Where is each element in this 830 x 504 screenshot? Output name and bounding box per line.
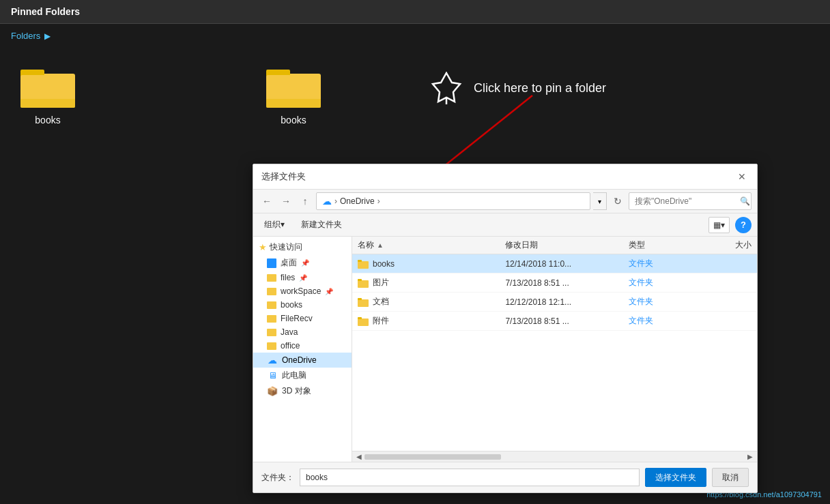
file-date-pictures: 7/13/2018 8:51 ... — [505, 278, 628, 288]
dialog-body: ★ 快速访问 桌面 📌 files 📌 workSpace 📌 books — [253, 237, 757, 462]
cancel-button[interactable]: 取消 — [712, 468, 749, 487]
sidebar-item-workspace[interactable]: workSpace 📌 — [253, 284, 352, 298]
sidebar-item-label: books — [281, 300, 302, 310]
folder-icon — [358, 316, 369, 326]
file-date-documents: 12/12/2018 12:1... — [505, 297, 628, 307]
pinned-folder-1[interactable]: books — [20, 61, 75, 125]
quick-access-label: 快速访问 — [270, 241, 302, 253]
column-header-size[interactable]: 大小 — [702, 239, 752, 251]
search-box[interactable]: 🔍 — [629, 192, 752, 210]
file-list: 名称 ▲ 修改日期 类型 大小 books 12/14/2018 1 — [352, 237, 757, 462]
sidebar-item-label: 桌面 — [281, 257, 297, 269]
view-button[interactable]: ▦▾ — [709, 217, 730, 233]
select-folder-button[interactable]: 选择文件夹 — [645, 468, 706, 487]
breadcrumb-dropdown-button[interactable]: ▾ — [593, 192, 607, 210]
file-name-attachments: 附件 — [358, 315, 505, 327]
svg-rect-7 — [266, 99, 321, 108]
quick-access-section[interactable]: ★ 快速访问 — [253, 239, 352, 255]
sidebar-item-label: OneDrive — [282, 355, 317, 365]
scroll-right-button[interactable]: ▶ — [745, 451, 756, 462]
pin-indicator: 📌 — [325, 288, 333, 295]
folder-yellow-icon — [267, 274, 276, 282]
search-input[interactable] — [635, 196, 737, 206]
scroll-left-button[interactable]: ◀ — [354, 451, 364, 462]
sidebar-item-office[interactable]: office — [253, 339, 352, 353]
sidebar-item-label: FileRecv — [281, 314, 313, 323]
sidebar-item-desktop[interactable]: 桌面 📌 — [253, 255, 352, 271]
main-content: books books Click here to pin a folder — [0, 48, 830, 139]
svg-rect-3 — [20, 99, 75, 108]
folder-input-label: 文件夹： — [261, 472, 294, 484]
sidebar-item-label: 此电脑 — [282, 370, 306, 381]
column-header-date[interactable]: 修改日期 — [505, 239, 628, 251]
search-icon: 🔍 — [740, 196, 750, 206]
folder-icon — [358, 259, 369, 269]
forward-button[interactable]: → — [278, 193, 294, 209]
up-button[interactable]: ↑ — [297, 193, 313, 209]
dialog-title: 选择文件夹 — [261, 171, 306, 183]
file-row-pictures[interactable]: 图片 7/13/2018 8:51 ... 文件夹 — [352, 273, 757, 293]
file-row-documents[interactable]: 文档 12/12/2018 12:1... 文件夹 — [352, 293, 757, 312]
cloud-icon: ☁ — [322, 196, 332, 207]
folders-label[interactable]: Folders — [11, 31, 40, 41]
folder-yellow-icon — [267, 288, 276, 295]
column-header-name[interactable]: 名称 ▲ — [358, 239, 505, 251]
pinned-folder-2[interactable]: books — [266, 61, 321, 125]
dialog-close-button[interactable]: ✕ — [735, 170, 749, 183]
sidebar-item-filerecv[interactable]: FileRecv — [253, 312, 352, 325]
pin-indicator: 📌 — [299, 274, 307, 282]
horizontal-scrollbar[interactable]: ◀ ▶ — [352, 451, 757, 462]
folders-bar: Folders ▶ — [0, 24, 830, 48]
sidebar-item-label: workSpace — [281, 286, 321, 296]
folder-yellow-icon — [267, 301, 276, 309]
pin-hint: Click here to pin a folder — [430, 72, 606, 104]
sidebar-item-books[interactable]: books — [253, 298, 352, 312]
back-button[interactable]: ← — [259, 193, 275, 209]
dialog-titlebar: 选择文件夹 ✕ — [253, 164, 757, 190]
file-name-pictures: 图片 — [358, 277, 505, 288]
sidebar-item-java[interactable]: Java — [253, 325, 352, 339]
pin-icon — [430, 72, 463, 104]
sidebar-item-onedrive[interactable]: ☁ OneDrive — [253, 353, 352, 368]
svg-rect-17 — [358, 298, 362, 300]
refresh-button[interactable]: ↻ — [610, 193, 626, 209]
sidebar-item-3dobjects[interactable]: 📦 3D 对象 — [253, 383, 352, 399]
new-folder-button[interactable]: 新建文件夹 — [296, 216, 347, 233]
folder-icon-2 — [266, 61, 321, 109]
sidebar-item-label: 3D 对象 — [282, 385, 311, 397]
help-button[interactable]: ? — [735, 217, 752, 233]
sidebar-item-files[interactable]: files 📌 — [253, 271, 352, 284]
folder-yellow-icon — [267, 329, 276, 336]
scroll-thumb[interactable] — [364, 454, 501, 460]
sort-icon: ▲ — [377, 241, 384, 249]
folder-icon — [358, 278, 369, 288]
folder-icon-1 — [20, 61, 75, 109]
breadcrumb[interactable]: ☁ › OneDrive › — [316, 192, 590, 210]
file-row-attachments[interactable]: 附件 7/13/2018 8:51 ... 文件夹 — [352, 312, 757, 331]
svg-rect-18 — [358, 318, 369, 326]
sidebar: ★ 快速访问 桌面 📌 files 📌 workSpace 📌 books — [253, 237, 352, 462]
svg-rect-14 — [358, 280, 369, 288]
nav-bar: ← → ↑ ☁ › OneDrive › ▾ ↻ 🔍 — [253, 190, 757, 213]
dialog-footer: 文件夹： 选择文件夹 取消 — [253, 462, 757, 492]
organize-button[interactable]: 组织▾ — [259, 216, 290, 233]
sidebar-item-label: office — [281, 341, 300, 351]
file-type-books: 文件夹 — [629, 258, 702, 269]
folder-name-input[interactable] — [300, 469, 640, 486]
sidebar-item-thispc[interactable]: 🖥 此电脑 — [253, 368, 352, 383]
folder-icon — [358, 297, 369, 307]
file-list-header: 名称 ▲ 修改日期 类型 大小 — [352, 237, 757, 254]
pinned-folder-1-label: books — [35, 115, 60, 125]
file-date-books: 12/14/2018 11:0... — [505, 259, 628, 269]
file-type-attachments: 文件夹 — [629, 315, 702, 327]
top-bar: Pinned Folders — [0, 0, 830, 24]
svg-rect-16 — [358, 299, 369, 307]
file-row-books[interactable]: books 12/14/2018 11:0... 文件夹 — [352, 254, 757, 273]
folder-yellow-icon — [267, 315, 276, 323]
breadcrumb-item-onedrive: OneDrive — [340, 196, 375, 206]
svg-rect-15 — [358, 279, 362, 281]
svg-rect-19 — [358, 317, 362, 319]
file-date-attachments: 7/13/2018 8:51 ... — [505, 316, 628, 326]
column-header-type[interactable]: 类型 — [629, 239, 702, 251]
file-dialog: 选择文件夹 ✕ ← → ↑ ☁ › OneDrive › ▾ ↻ 🔍 组织▾ 新… — [253, 164, 758, 493]
